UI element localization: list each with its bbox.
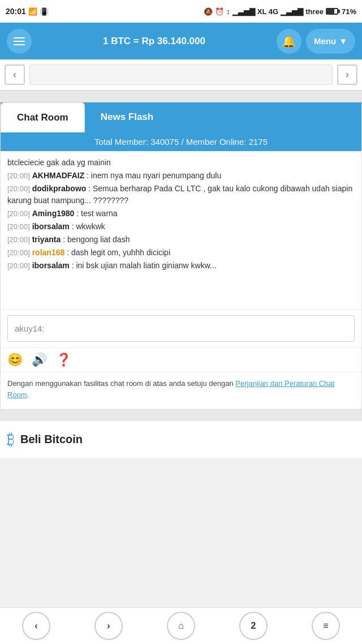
chat-time: [20:00] bbox=[7, 222, 30, 231]
chat-time: [20:00] bbox=[7, 248, 30, 257]
chat-text: : wkwkwk bbox=[72, 222, 105, 231]
carrier1-label: XL 4G bbox=[257, 7, 278, 16]
bell-icon: 🔔 bbox=[282, 35, 296, 48]
chat-text: : ini bsk ujian malah liatin ginianw kwk… bbox=[72, 261, 217, 270]
sound-button[interactable]: 🔊 bbox=[32, 353, 47, 367]
back-icon: ‹ bbox=[35, 621, 37, 631]
menu-lines-icon: ≡ bbox=[323, 621, 328, 631]
battery-icon bbox=[326, 8, 338, 15]
mute-icon: 🔕 bbox=[204, 7, 213, 16]
news-flash-tab-label: News Flash bbox=[101, 111, 154, 122]
signal-bars1: ▁▃▅▇ bbox=[232, 7, 255, 16]
hamburger-button[interactable] bbox=[7, 29, 32, 54]
disclaimer-text: Dengan menggunakan fasilitas chat room d… bbox=[7, 379, 235, 388]
sim-icon2: 📳 bbox=[40, 7, 49, 16]
status-right: 🔕 ⏰ ↕ ▁▃▅▇ XL 4G ▁▃▅▇ three 71% bbox=[204, 7, 356, 16]
chat-room-tab-label: Chat Room bbox=[17, 112, 68, 123]
home-button[interactable]: ⌂ bbox=[167, 612, 195, 640]
chat-user: triyanta bbox=[32, 235, 61, 244]
chat-text: : dash legit om, yuhhh dicicipi bbox=[67, 248, 170, 257]
list-item: [20:00] Aming1980 : test warna bbox=[7, 208, 355, 220]
bell-button[interactable]: 🔔 bbox=[277, 29, 301, 54]
chat-time: [20:00] bbox=[7, 209, 30, 218]
slider-content bbox=[29, 65, 333, 85]
chat-input[interactable] bbox=[7, 315, 355, 342]
chat-user: dodikprabowo bbox=[32, 184, 87, 193]
list-item: btcleciecie gak ada yg mainin bbox=[7, 157, 355, 169]
list-item: [20:00] iborsalam : wkwkwk bbox=[7, 221, 355, 233]
member-bar: Total Member: 340075 / Member Online: 21… bbox=[1, 132, 361, 151]
signal-bars2: ▁▃▅▇ bbox=[281, 7, 303, 16]
right-arrow-icon: › bbox=[346, 70, 348, 80]
help-icon: ❓ bbox=[56, 353, 71, 367]
chat-messages: btcleciecie gak ada yg mainin [20:00] AK… bbox=[1, 151, 361, 310]
chat-text: : inem nya mau nyari penumpang dulu bbox=[87, 171, 221, 180]
gap-1 bbox=[0, 91, 362, 102]
tabs: Chat Room News Flash bbox=[1, 102, 361, 132]
chat-user: AKHMADFAIZ bbox=[32, 171, 85, 180]
top-nav: 1 BTC = Rp 36.140.000 🔔 Menu ▼ bbox=[0, 23, 362, 59]
disclaimer-end: . bbox=[27, 390, 29, 399]
alarm-icon: ⏰ bbox=[215, 7, 224, 16]
bitcoin-icon: ₿ bbox=[7, 430, 15, 449]
back-button[interactable]: ‹ bbox=[22, 612, 50, 640]
chat-text: btcleciecie gak ada yg mainin bbox=[7, 158, 111, 167]
chat-user-orange: rolan168 bbox=[32, 248, 65, 257]
emoji-button[interactable]: 😊 bbox=[7, 353, 23, 367]
gap-2 bbox=[0, 410, 362, 421]
sim-icon1: 📶 bbox=[28, 7, 37, 16]
home-icon: ⌂ bbox=[178, 621, 184, 631]
chat-user: iborsalam bbox=[32, 222, 70, 231]
page-number: 2 bbox=[251, 621, 256, 631]
btc-price: 1 BTC = Rp 36.140.000 bbox=[32, 36, 277, 47]
signal-icon: ↕ bbox=[226, 7, 230, 16]
emoji-icon: 😊 bbox=[7, 353, 23, 367]
chat-section: Chat Room News Flash Total Member: 34007… bbox=[0, 102, 362, 410]
forward-icon: › bbox=[107, 621, 110, 631]
tab-chat-room[interactable]: Chat Room bbox=[1, 102, 85, 132]
list-item: [20:00] dodikprabowo : Semua berharap Pa… bbox=[7, 183, 355, 207]
menu-label: Menu bbox=[314, 36, 336, 46]
status-time: 20:01 bbox=[6, 7, 26, 16]
left-arrow-icon: ‹ bbox=[13, 70, 16, 80]
list-item: [20:00] AKHMADFAIZ : inem nya mau nyari … bbox=[7, 170, 355, 182]
chat-time: [20:00] bbox=[7, 261, 30, 270]
menu-button[interactable]: Menu ▼ bbox=[306, 29, 355, 54]
bottom-nav: ‹ › ⌂ 2 ≡ bbox=[0, 607, 362, 644]
menu-lines-button[interactable]: ≡ bbox=[312, 612, 340, 640]
chat-text: : bengong liat dash bbox=[63, 235, 130, 244]
tab-news-flash[interactable]: News Flash bbox=[85, 102, 170, 132]
member-count-text: Total Member: 340075 / Member Online: 21… bbox=[94, 137, 268, 147]
list-item: [20:00] triyanta : bengong liat dash bbox=[7, 234, 355, 246]
disclaimer: Dengan menggunakan fasilitas chat room d… bbox=[1, 372, 361, 409]
chat-time: [20:00] bbox=[7, 184, 30, 193]
bottom-spacer bbox=[0, 458, 362, 497]
battery-percent: 71% bbox=[342, 7, 356, 16]
chat-icons: 😊 🔊 ❓ bbox=[1, 348, 361, 372]
carrier2-label: three bbox=[305, 7, 324, 16]
list-item: [20:00] rolan168 : dash legit om, yuhhh … bbox=[7, 247, 355, 259]
forward-button[interactable]: › bbox=[94, 612, 123, 640]
beli-bitcoin-title: Beli Bitcoin bbox=[20, 433, 83, 446]
chat-text: : test warna bbox=[76, 209, 117, 218]
help-button[interactable]: ❓ bbox=[56, 353, 71, 367]
next-arrow-button[interactable]: › bbox=[337, 65, 357, 85]
status-bar: 20:01 📶 📳 🔕 ⏰ ↕ ▁▃▅▇ XL 4G ▁▃▅▇ three 71… bbox=[0, 0, 362, 23]
chat-time: [20:00] bbox=[7, 235, 30, 244]
nav-right: 🔔 Menu ▼ bbox=[277, 29, 355, 54]
prev-arrow-button[interactable]: ‹ bbox=[5, 65, 25, 85]
beli-section: ₿ Beli Bitcoin bbox=[0, 421, 362, 458]
hamburger-icon bbox=[14, 37, 25, 45]
list-item: [20:00] iborsalam : ini bsk ujian malah … bbox=[7, 260, 355, 272]
page-number-button[interactable]: 2 bbox=[239, 612, 268, 640]
chat-time: [20:00] bbox=[7, 171, 30, 180]
chevron-down-icon: ▼ bbox=[339, 36, 347, 46]
sound-icon: 🔊 bbox=[32, 353, 47, 367]
chat-user: Aming1980 bbox=[32, 209, 75, 218]
status-left: 20:01 📶 📳 bbox=[6, 7, 49, 16]
chat-input-area bbox=[1, 310, 361, 348]
slider-nav: ‹ › bbox=[0, 59, 362, 91]
chat-user: iborsalam bbox=[32, 261, 70, 270]
